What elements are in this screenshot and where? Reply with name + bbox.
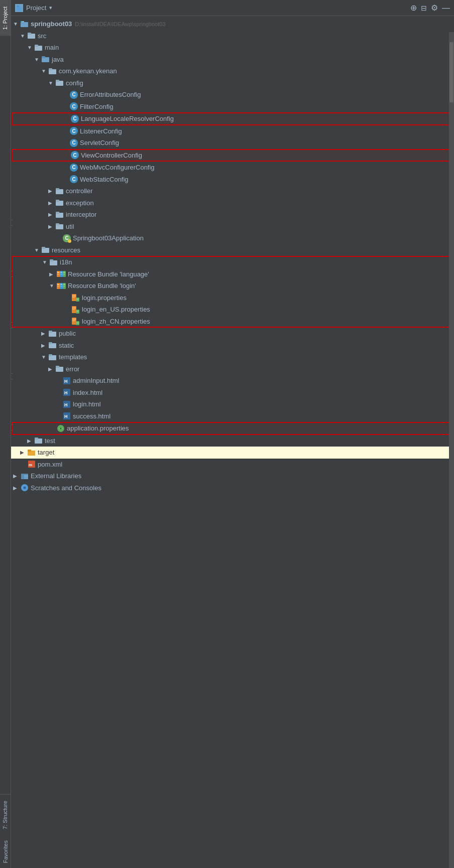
side-tab-project[interactable]: 1: Project bbox=[0, 0, 11, 36]
arrow-src bbox=[20, 32, 27, 40]
tree-i18n[interactable]: i18n bbox=[12, 256, 453, 268]
tree-language-locale[interactable]: C LanguageLocaleResolverConfig bbox=[12, 113, 453, 125]
tree-login-zh[interactable]: login_zh_CN.properties bbox=[12, 316, 453, 328]
project-folder-icon bbox=[20, 20, 29, 28]
index-html-icon: H bbox=[62, 388, 71, 396]
class-icon-error: C bbox=[69, 91, 78, 99]
tree-public[interactable]: public bbox=[11, 328, 454, 340]
arrow-main bbox=[27, 44, 34, 51]
arrow-util bbox=[48, 223, 55, 230]
tree-exception[interactable]: exception bbox=[11, 197, 454, 209]
tree-pom[interactable]: m pom.xml bbox=[11, 459, 454, 471]
app-properties-label: application.properties bbox=[67, 423, 129, 433]
tree-java[interactable]: java bbox=[11, 54, 454, 66]
i18n-label: i18n bbox=[60, 257, 72, 267]
tree-rb-language[interactable]: Resource Bundle 'language' bbox=[12, 268, 453, 280]
error-attrs-label: ErrorAttributesConfig bbox=[80, 90, 141, 100]
i18n-folder-icon bbox=[49, 258, 58, 266]
resources-folder-icon bbox=[41, 246, 50, 254]
tree-index-html[interactable]: H index.html bbox=[11, 387, 454, 399]
success-html-icon: H bbox=[62, 412, 71, 420]
svg-rect-40 bbox=[60, 284, 62, 285]
collapse-icon[interactable]: ⊟ bbox=[421, 5, 427, 12]
login-props-label: login.properties bbox=[82, 293, 127, 303]
tree-error-attrs-config[interactable]: C ErrorAttributesConfig bbox=[11, 89, 454, 101]
test-folder-icon bbox=[34, 437, 43, 445]
login-en-label: login_en_US.properties bbox=[82, 305, 150, 315]
tree-root[interactable]: springboot03 D:\install\IDEA\IDEAwp\spri… bbox=[11, 18, 454, 30]
tree-success-html[interactable]: H success.html bbox=[11, 410, 454, 422]
settings-icon[interactable]: ⚙ bbox=[431, 4, 438, 12]
public-label: public bbox=[59, 329, 76, 339]
tree-admin-input[interactable]: H adminInput.html bbox=[11, 375, 454, 387]
tree-login-html[interactable]: H login.html bbox=[11, 398, 454, 410]
tree-servlet-config[interactable]: C ServletConfig bbox=[11, 137, 454, 149]
svg-rect-14 bbox=[56, 80, 59, 82]
svg-text:H: H bbox=[64, 379, 68, 384]
spring-app-label: Springboot03Application bbox=[73, 233, 144, 243]
svg-rect-46 bbox=[72, 295, 76, 296]
side-markers: -- -- -- -- -- bbox=[11, 217, 13, 432]
panel-dropdown-arrow[interactable]: ▾ bbox=[49, 5, 52, 11]
admin-input-label: adminInput.html bbox=[73, 376, 120, 386]
tree-springboot-app[interactable]: C Springboot03Application bbox=[11, 232, 454, 244]
rb-login-label: Resource Bundle 'login' bbox=[68, 281, 136, 291]
arrow-i18n bbox=[42, 258, 49, 266]
tree-ext-libs[interactable]: External Libraries bbox=[11, 470, 454, 482]
header-icons: ⊕ ⊟ ⚙ — bbox=[410, 4, 450, 12]
svg-rect-31 bbox=[60, 272, 62, 273]
svg-rect-10 bbox=[42, 56, 45, 58]
pom-icon: m bbox=[27, 460, 36, 468]
test-label: test bbox=[45, 436, 55, 446]
side-tab-favorites[interactable]: Favorites bbox=[1, 835, 11, 868]
tree-rb-login[interactable]: Resource Bundle 'login' bbox=[12, 280, 453, 292]
tree-container[interactable]: springboot03 D:\install\IDEA\IDEAwp\spri… bbox=[11, 16, 454, 868]
svg-rect-51 bbox=[76, 300, 79, 300]
add-icon[interactable]: ⊕ bbox=[410, 4, 417, 12]
svg-rect-53 bbox=[72, 307, 76, 308]
tree-config[interactable]: config bbox=[11, 77, 454, 89]
tree-listener-config[interactable]: C ListenerConfig bbox=[11, 125, 454, 137]
tree-test[interactable]: test bbox=[11, 435, 454, 447]
scrollbar-track[interactable] bbox=[449, 32, 454, 868]
svg-point-96 bbox=[24, 487, 26, 489]
svg-rect-85 bbox=[35, 438, 38, 440]
templates-folder-icon bbox=[48, 353, 57, 361]
templates-label: templates bbox=[59, 352, 87, 362]
tree-app-properties[interactable]: application.properties bbox=[12, 422, 453, 435]
tree-webstatic-config[interactable]: C WebStaticConfig bbox=[11, 174, 454, 186]
tree-resources[interactable]: resources bbox=[11, 244, 454, 256]
tree-webmvc-config[interactable]: C WebMvcConfigurerConfig bbox=[11, 162, 454, 174]
rb-language-label: Resource Bundle 'language' bbox=[68, 269, 149, 279]
svg-rect-44 bbox=[63, 286, 65, 286]
scrollbar-thumb[interactable] bbox=[449, 42, 453, 102]
tree-interceptor[interactable]: interceptor bbox=[11, 209, 454, 221]
side-tab-structure[interactable]: 7: Structure bbox=[0, 794, 11, 835]
arrow-static bbox=[41, 342, 48, 349]
tree-login-props[interactable]: login.properties bbox=[12, 292, 453, 304]
tree-static[interactable]: static bbox=[11, 340, 454, 352]
tree-main[interactable]: main bbox=[11, 42, 454, 54]
tree-filter-config[interactable]: C FilterConfig bbox=[11, 101, 454, 113]
tree-util[interactable]: util bbox=[11, 221, 454, 233]
svg-rect-64 bbox=[76, 322, 79, 323]
lang-locale-label: LanguageLocaleResolverConfig bbox=[81, 114, 174, 124]
pom-label: pom.xml bbox=[38, 460, 62, 470]
error-folder-icon bbox=[55, 365, 64, 373]
tree-login-en[interactable]: login_en_US.properties bbox=[12, 304, 453, 316]
class-icon-servlet: C bbox=[69, 139, 78, 147]
minimize-icon[interactable]: — bbox=[442, 4, 450, 12]
panel-wrapper: springboot03 D:\install\IDEA\IDEAwp\spri… bbox=[11, 16, 454, 868]
arrow-scratches bbox=[13, 484, 20, 492]
rb-language-icon bbox=[56, 270, 66, 278]
tree-controller[interactable]: controller bbox=[11, 185, 454, 197]
tree-scratches[interactable]: Scratches and Consoles bbox=[11, 482, 454, 494]
tree-templates[interactable]: templates bbox=[11, 351, 454, 363]
tree-error[interactable]: error bbox=[11, 363, 454, 375]
tree-target[interactable]: target bbox=[11, 447, 454, 459]
class-icon-view: C bbox=[70, 151, 79, 159]
svg-rect-28 bbox=[57, 272, 59, 273]
tree-src[interactable]: src bbox=[11, 30, 454, 42]
tree-view-controller[interactable]: C ViewControllerConfig bbox=[12, 150, 453, 162]
tree-package[interactable]: com.ykenan.ykenan bbox=[11, 65, 454, 77]
